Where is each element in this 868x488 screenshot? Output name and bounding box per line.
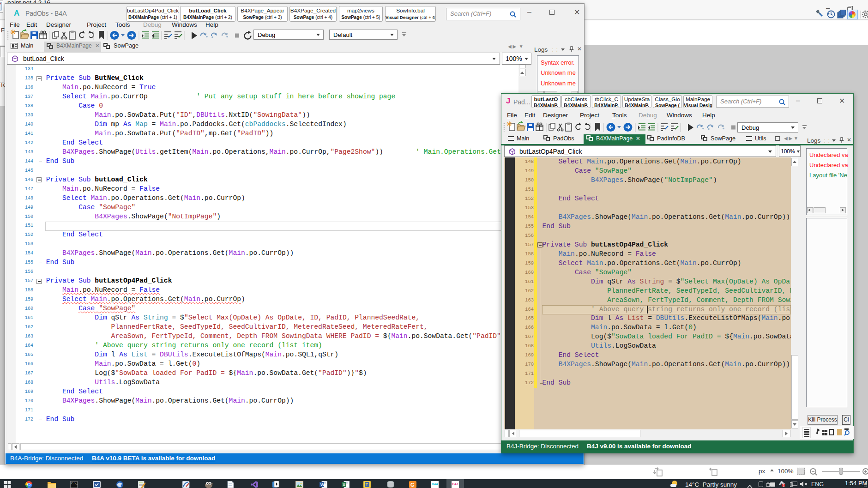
svg-text:T: T (366, 482, 368, 487)
svg-text:G: G (410, 482, 415, 488)
svg-text:1: 1 (783, 484, 785, 487)
svg-text:W: W (320, 482, 325, 487)
svg-text:X: X (343, 482, 345, 487)
